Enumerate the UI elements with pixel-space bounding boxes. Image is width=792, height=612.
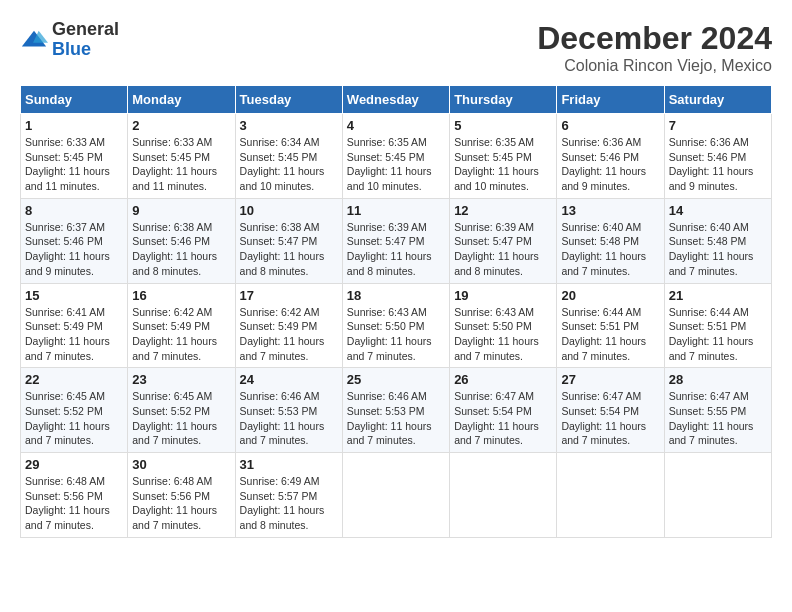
- day-number: 24: [240, 372, 338, 387]
- page-header: General Blue December 2024 Colonia Rinco…: [20, 20, 772, 75]
- sunset-label: Sunset: 5:52 PM: [132, 405, 210, 417]
- calendar-cell: 2 Sunrise: 6:33 AM Sunset: 5:45 PM Dayli…: [128, 114, 235, 199]
- sunrise-label: Sunrise: 6:48 AM: [25, 475, 105, 487]
- sunrise-label: Sunrise: 6:43 AM: [454, 306, 534, 318]
- sunset-label: Sunset: 5:46 PM: [669, 151, 747, 163]
- day-number: 10: [240, 203, 338, 218]
- daylight-label: Daylight: 11 hoursand 8 minutes.: [347, 250, 432, 277]
- calendar-week-row: 15 Sunrise: 6:41 AM Sunset: 5:49 PM Dayl…: [21, 283, 772, 368]
- col-friday: Friday: [557, 86, 664, 114]
- sunset-label: Sunset: 5:52 PM: [25, 405, 103, 417]
- day-number: 20: [561, 288, 659, 303]
- sunrise-label: Sunrise: 6:45 AM: [25, 390, 105, 402]
- day-info: Sunrise: 6:38 AM Sunset: 5:46 PM Dayligh…: [132, 220, 230, 279]
- day-number: 28: [669, 372, 767, 387]
- title-block: December 2024 Colonia Rincon Viejo, Mexi…: [537, 20, 772, 75]
- sunset-label: Sunset: 5:57 PM: [240, 490, 318, 502]
- day-info: Sunrise: 6:35 AM Sunset: 5:45 PM Dayligh…: [347, 135, 445, 194]
- sunset-label: Sunset: 5:49 PM: [25, 320, 103, 332]
- calendar-header-row: Sunday Monday Tuesday Wednesday Thursday…: [21, 86, 772, 114]
- calendar-week-row: 8 Sunrise: 6:37 AM Sunset: 5:46 PM Dayli…: [21, 198, 772, 283]
- daylight-label: Daylight: 11 hoursand 10 minutes.: [347, 165, 432, 192]
- day-info: Sunrise: 6:36 AM Sunset: 5:46 PM Dayligh…: [669, 135, 767, 194]
- calendar-cell: 26 Sunrise: 6:47 AM Sunset: 5:54 PM Dayl…: [450, 368, 557, 453]
- sunrise-label: Sunrise: 6:43 AM: [347, 306, 427, 318]
- daylight-label: Daylight: 11 hoursand 7 minutes.: [347, 335, 432, 362]
- sunrise-label: Sunrise: 6:35 AM: [347, 136, 427, 148]
- daylight-label: Daylight: 11 hoursand 7 minutes.: [669, 420, 754, 447]
- day-info: Sunrise: 6:46 AM Sunset: 5:53 PM Dayligh…: [347, 389, 445, 448]
- day-number: 2: [132, 118, 230, 133]
- daylight-label: Daylight: 11 hoursand 7 minutes.: [25, 420, 110, 447]
- day-number: 21: [669, 288, 767, 303]
- daylight-label: Daylight: 11 hoursand 8 minutes.: [240, 250, 325, 277]
- daylight-label: Daylight: 11 hoursand 7 minutes.: [25, 335, 110, 362]
- sunrise-label: Sunrise: 6:35 AM: [454, 136, 534, 148]
- sunrise-label: Sunrise: 6:46 AM: [240, 390, 320, 402]
- day-number: 27: [561, 372, 659, 387]
- day-number: 1: [25, 118, 123, 133]
- daylight-label: Daylight: 11 hoursand 7 minutes.: [132, 335, 217, 362]
- day-number: 6: [561, 118, 659, 133]
- day-info: Sunrise: 6:42 AM Sunset: 5:49 PM Dayligh…: [240, 305, 338, 364]
- daylight-label: Daylight: 11 hoursand 7 minutes.: [561, 420, 646, 447]
- day-number: 8: [25, 203, 123, 218]
- calendar-cell: [664, 453, 771, 538]
- calendar-cell: 11 Sunrise: 6:39 AM Sunset: 5:47 PM Dayl…: [342, 198, 449, 283]
- calendar-cell: 6 Sunrise: 6:36 AM Sunset: 5:46 PM Dayli…: [557, 114, 664, 199]
- sunset-label: Sunset: 5:47 PM: [240, 235, 318, 247]
- sunrise-label: Sunrise: 6:40 AM: [669, 221, 749, 233]
- daylight-label: Daylight: 11 hoursand 10 minutes.: [454, 165, 539, 192]
- daylight-label: Daylight: 11 hoursand 9 minutes.: [669, 165, 754, 192]
- day-info: Sunrise: 6:47 AM Sunset: 5:54 PM Dayligh…: [454, 389, 552, 448]
- sunset-label: Sunset: 5:48 PM: [561, 235, 639, 247]
- day-info: Sunrise: 6:48 AM Sunset: 5:56 PM Dayligh…: [132, 474, 230, 533]
- day-info: Sunrise: 6:47 AM Sunset: 5:55 PM Dayligh…: [669, 389, 767, 448]
- logo-blue-text: Blue: [52, 39, 91, 59]
- calendar-cell: 3 Sunrise: 6:34 AM Sunset: 5:45 PM Dayli…: [235, 114, 342, 199]
- calendar-cell: 4 Sunrise: 6:35 AM Sunset: 5:45 PM Dayli…: [342, 114, 449, 199]
- sunrise-label: Sunrise: 6:36 AM: [669, 136, 749, 148]
- daylight-label: Daylight: 11 hoursand 8 minutes.: [454, 250, 539, 277]
- day-info: Sunrise: 6:37 AM Sunset: 5:46 PM Dayligh…: [25, 220, 123, 279]
- sunrise-label: Sunrise: 6:36 AM: [561, 136, 641, 148]
- calendar-cell: 28 Sunrise: 6:47 AM Sunset: 5:55 PM Dayl…: [664, 368, 771, 453]
- calendar-cell: 9 Sunrise: 6:38 AM Sunset: 5:46 PM Dayli…: [128, 198, 235, 283]
- calendar-cell: 17 Sunrise: 6:42 AM Sunset: 5:49 PM Dayl…: [235, 283, 342, 368]
- sunset-label: Sunset: 5:55 PM: [669, 405, 747, 417]
- day-number: 11: [347, 203, 445, 218]
- sunrise-label: Sunrise: 6:46 AM: [347, 390, 427, 402]
- day-number: 18: [347, 288, 445, 303]
- sunrise-label: Sunrise: 6:33 AM: [25, 136, 105, 148]
- daylight-label: Daylight: 11 hoursand 9 minutes.: [25, 250, 110, 277]
- calendar-cell: 22 Sunrise: 6:45 AM Sunset: 5:52 PM Dayl…: [21, 368, 128, 453]
- day-info: Sunrise: 6:40 AM Sunset: 5:48 PM Dayligh…: [669, 220, 767, 279]
- sunrise-label: Sunrise: 6:37 AM: [25, 221, 105, 233]
- sunset-label: Sunset: 5:47 PM: [454, 235, 532, 247]
- sunrise-label: Sunrise: 6:44 AM: [669, 306, 749, 318]
- sunrise-label: Sunrise: 6:33 AM: [132, 136, 212, 148]
- sunset-label: Sunset: 5:53 PM: [240, 405, 318, 417]
- sunset-label: Sunset: 5:45 PM: [347, 151, 425, 163]
- day-number: 12: [454, 203, 552, 218]
- col-thursday: Thursday: [450, 86, 557, 114]
- sunrise-label: Sunrise: 6:38 AM: [132, 221, 212, 233]
- col-monday: Monday: [128, 86, 235, 114]
- day-number: 13: [561, 203, 659, 218]
- sunrise-label: Sunrise: 6:40 AM: [561, 221, 641, 233]
- daylight-label: Daylight: 11 hoursand 7 minutes.: [561, 250, 646, 277]
- calendar-cell: 8 Sunrise: 6:37 AM Sunset: 5:46 PM Dayli…: [21, 198, 128, 283]
- sunrise-label: Sunrise: 6:47 AM: [669, 390, 749, 402]
- sunrise-label: Sunrise: 6:39 AM: [347, 221, 427, 233]
- calendar-cell: 27 Sunrise: 6:47 AM Sunset: 5:54 PM Dayl…: [557, 368, 664, 453]
- day-number: 25: [347, 372, 445, 387]
- sunset-label: Sunset: 5:46 PM: [25, 235, 103, 247]
- day-number: 16: [132, 288, 230, 303]
- col-wednesday: Wednesday: [342, 86, 449, 114]
- sunset-label: Sunset: 5:54 PM: [454, 405, 532, 417]
- day-info: Sunrise: 6:46 AM Sunset: 5:53 PM Dayligh…: [240, 389, 338, 448]
- sunrise-label: Sunrise: 6:47 AM: [454, 390, 534, 402]
- col-tuesday: Tuesday: [235, 86, 342, 114]
- daylight-label: Daylight: 11 hoursand 7 minutes.: [25, 504, 110, 531]
- day-info: Sunrise: 6:35 AM Sunset: 5:45 PM Dayligh…: [454, 135, 552, 194]
